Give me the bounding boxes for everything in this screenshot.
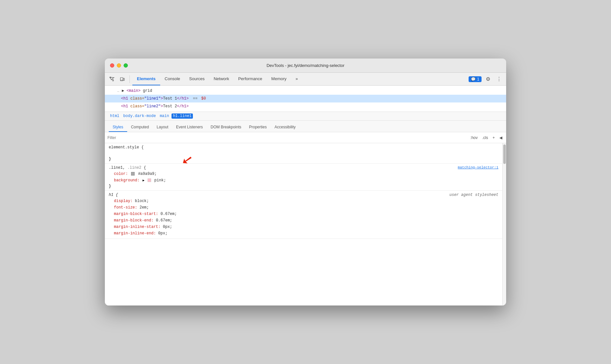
- tab-more[interactable]: »: [291, 73, 302, 85]
- dom-line[interactable]: … ▶ <main> grid: [105, 87, 506, 95]
- rule-selector-2: .line1, .line2 {: [109, 166, 146, 170]
- css-prop-color: color: #a9a9a9;: [109, 171, 498, 177]
- style-rule-element: element.style { } ➘: [105, 143, 502, 164]
- css-prop-margin-inline-end: margin-inline-end: 0px;: [109, 230, 498, 237]
- toolbar-right: 💬 1 ⚙ ⋮: [469, 75, 504, 84]
- devtools-toolbar: Elements Console Sources Network Perform…: [105, 73, 506, 86]
- elements-panel: … ▶ <main> grid <h1 class="line1">Test 1…: [105, 86, 506, 305]
- maximize-button[interactable]: [124, 63, 128, 68]
- devtools-window: DevTools - jec.fyi/demo/matching-selecto…: [105, 59, 506, 305]
- css-prop-margin-block-start: margin-block-start: 0.67em;: [109, 211, 498, 217]
- tab-styles[interactable]: Styles: [109, 123, 127, 132]
- rule-close: }: [109, 157, 498, 161]
- dom-line[interactable]: <h1 class="line2">Test 2</h1>: [105, 102, 506, 110]
- css-prop-margin-block-end: margin-block-end: 0.67em;: [109, 217, 498, 224]
- rule-selector-3: h1 {: [109, 193, 118, 197]
- breadcrumb-html[interactable]: html: [109, 113, 121, 119]
- tab-memory[interactable]: Memory: [267, 73, 291, 85]
- filter-actions: :hov .cls + ◀: [469, 135, 504, 141]
- tab-performance[interactable]: Performance: [234, 73, 267, 85]
- panel-with-scroll: element.style { } ➘ .line1, .line2 {: [105, 143, 506, 305]
- tab-computed[interactable]: Computed: [127, 123, 153, 132]
- device-toolbar-button[interactable]: [118, 75, 127, 84]
- tab-dom-breakpoints[interactable]: DOM Breakpoints: [207, 123, 245, 132]
- minimize-button[interactable]: [117, 63, 121, 68]
- toggle-sidebar-button[interactable]: ◀: [498, 135, 504, 141]
- css-prop-display: display: block;: [109, 198, 498, 204]
- traffic-lights: [110, 63, 128, 68]
- user-agent-label: user agent stylesheet: [450, 193, 498, 197]
- css-line: [109, 150, 498, 157]
- toolbar-separator: [129, 75, 130, 83]
- tab-accessibility[interactable]: Accessibility: [271, 123, 299, 132]
- devtools-content: … ▶ <main> grid <h1 class="line1">Test 1…: [105, 86, 506, 305]
- rule-header-2: .line1, .line2 { matching-selector:1: [109, 166, 498, 170]
- hov-button[interactable]: :hov: [469, 135, 479, 141]
- rule-header-3: h1 { user agent stylesheet: [109, 193, 498, 197]
- chat-badge[interactable]: 💬 1: [469, 76, 482, 82]
- titlebar: DevTools - jec.fyi/demo/matching-selecto…: [105, 59, 506, 73]
- chat-icon: 💬: [471, 77, 476, 81]
- rule-selector: element.style {: [109, 145, 144, 150]
- tab-event-listeners[interactable]: Event Listeners: [172, 123, 207, 132]
- breadcrumb-body[interactable]: body.dark-mode: [122, 113, 157, 119]
- style-rule-h1: h1 { user agent stylesheet display: bloc…: [105, 191, 502, 239]
- css-prop-background: background: ▶ pink;: [109, 177, 498, 184]
- filter-bar: :hov .cls + ◀: [105, 132, 506, 143]
- tab-sources[interactable]: Sources: [185, 73, 209, 85]
- tab-console[interactable]: Console: [160, 73, 185, 85]
- tab-network[interactable]: Network: [209, 73, 234, 85]
- css-prop-font-size: font-size: 2em;: [109, 204, 498, 211]
- tab-elements[interactable]: Elements: [132, 73, 160, 85]
- rule-source-2[interactable]: matching-selector:1: [458, 166, 498, 169]
- dom-dots: …: [115, 88, 119, 94]
- cls-button[interactable]: .cls: [481, 135, 489, 141]
- scrollbar-thumb[interactable]: [503, 145, 506, 164]
- breadcrumb-h1[interactable]: h1.line1: [172, 113, 193, 119]
- chat-count: 1: [477, 77, 479, 81]
- style-rule-line1-line2: .line1, .line2 { matching-selector:1 col…: [105, 164, 502, 191]
- breadcrumb-bar: html body.dark-mode main h1.line1: [105, 112, 506, 121]
- toolbar-tabs: Elements Console Sources Network Perform…: [132, 73, 303, 85]
- filter-input[interactable]: [107, 135, 469, 140]
- rule-header: element.style {: [109, 145, 498, 150]
- window-title: DevTools - jec.fyi/demo/matching-selecto…: [267, 63, 345, 68]
- close-button[interactable]: [110, 63, 114, 68]
- settings-button[interactable]: ⚙: [483, 75, 493, 84]
- css-prop-margin-inline-start: margin-inline-start: 0px;: [109, 224, 498, 230]
- scrollbar[interactable]: [502, 143, 506, 305]
- styles-content: element.style { } ➘ .line1, .line2 {: [105, 143, 502, 305]
- dom-area: … ▶ <main> grid <h1 class="line1">Test 1…: [105, 86, 506, 112]
- rule-close-2: }: [109, 184, 498, 188]
- breadcrumb-main[interactable]: main: [159, 113, 171, 119]
- dom-line-selected[interactable]: <h1 class="line1">Test 1</h1> == $0: [105, 95, 506, 102]
- styles-tabs: Styles Computed Layout Event Listeners D…: [105, 121, 506, 132]
- inspect-element-button[interactable]: [107, 75, 117, 84]
- more-options-button[interactable]: ⋮: [494, 75, 504, 84]
- tab-layout[interactable]: Layout: [153, 123, 172, 132]
- svg-rect-2: [123, 78, 125, 80]
- tab-properties[interactable]: Properties: [245, 123, 271, 132]
- add-style-button[interactable]: +: [491, 135, 496, 141]
